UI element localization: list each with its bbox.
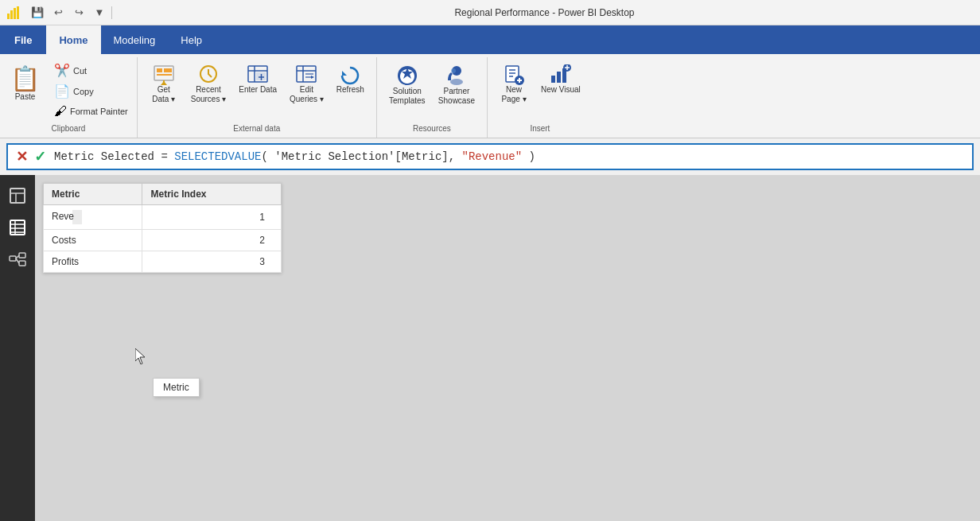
title-text: Regional Performance - Power BI Desktop	[115, 7, 974, 18]
ribbon-group-insert: NewPage ▾ New Visual Insert	[488, 57, 593, 138]
external-data-items: GetData ▾ RecentSources ▾	[144, 60, 370, 122]
cut-button[interactable]: ✂️ Cut	[49, 60, 134, 80]
partner-showcase-button[interactable]: PartnerShowcase	[433, 60, 480, 110]
insert-label-row: Insert	[494, 122, 586, 138]
ribbon-group-clipboard: 📋 Paste ✂️ Cut 📄 Copy 🖌 Format Painter	[0, 57, 138, 138]
svg-rect-40	[10, 189, 25, 203]
svg-rect-4	[154, 66, 173, 80]
svg-rect-35	[557, 72, 561, 83]
ribbon-group-resources: SolutionTemplates PartnerShowcase Resour…	[377, 57, 488, 138]
tooltip-text: Metric	[163, 382, 189, 393]
report-icon	[9, 187, 26, 204]
data-table: Metric Metric Index Reve 1 Cos	[43, 183, 282, 273]
get-data-label: GetData ▾	[152, 85, 175, 104]
paste-icon: 📋	[10, 64, 40, 92]
table-row: Costs 2	[44, 230, 282, 251]
table-row: Reve 1	[44, 205, 282, 230]
enter-data-button[interactable]: Enter Data	[233, 60, 282, 99]
cut-icon: ✂️	[54, 63, 70, 78]
solution-templates-label: SolutionTemplates	[389, 87, 426, 106]
table-container: Metric Metric Index Reve 1 Cos	[43, 183, 282, 273]
cell-index-3: 3	[142, 251, 282, 273]
insert-group-label: Insert	[530, 122, 550, 136]
format-painter-button[interactable]: 🖌 Format Painter	[49, 102, 134, 121]
paste-button[interactable]: 📋 Paste	[3, 60, 47, 105]
svg-rect-48	[10, 256, 16, 261]
menu-bar: File Home Modeling Help	[0, 25, 980, 54]
title-bar-actions: 💾 ↩ ↪ ▼	[29, 4, 108, 21]
cell-metric-3[interactable]: Profits	[44, 251, 142, 273]
new-page-label: NewPage ▾	[501, 85, 526, 104]
clipboard-group-label: Clipboard	[51, 122, 85, 136]
svg-rect-3	[17, 6, 19, 19]
external-data-label-row: External data	[144, 122, 370, 138]
recent-sources-icon	[197, 64, 220, 85]
recent-sources-label: RecentSources ▾	[191, 85, 226, 104]
enter-data-label: Enter Data	[239, 85, 277, 95]
cell-index-2: 2	[142, 230, 282, 251]
paste-label: Paste	[15, 92, 36, 101]
customize-button[interactable]: ▼	[91, 4, 108, 21]
get-data-icon	[153, 64, 175, 85]
undo-button[interactable]: ↩	[49, 4, 67, 21]
model-icon	[9, 251, 26, 268]
svg-rect-7	[157, 74, 172, 76]
new-visual-label: New Visual	[541, 85, 581, 95]
left-sidebar	[0, 175, 35, 521]
cell-index-1: 1	[142, 205, 282, 230]
column-header-metric[interactable]: Metric	[44, 184, 142, 205]
menu-file[interactable]: File	[0, 25, 46, 54]
edit-queries-button[interactable]: EditQueries ▾	[284, 60, 329, 108]
svg-rect-0	[7, 14, 10, 19]
edit-queries-label: EditQueries ▾	[290, 85, 324, 104]
data-area: Metric Metric Index Reve 1 Cos	[35, 175, 980, 521]
cell-metric-1[interactable]: Reve	[44, 205, 142, 230]
refresh-label: Refresh	[336, 85, 364, 95]
table-row: Profits 3	[44, 251, 282, 273]
data-icon	[9, 219, 26, 236]
svg-rect-5	[157, 68, 162, 72]
title-bar-icons	[6, 6, 21, 20]
svg-rect-2	[14, 8, 16, 19]
sidebar-item-model[interactable]	[3, 245, 32, 274]
menu-tab-help[interactable]: Help	[168, 25, 215, 54]
copy-button[interactable]: 📄 Copy	[49, 81, 134, 101]
formula-keyword: SELECTEDVALUE	[174, 150, 261, 163]
insert-items: NewPage ▾ New Visual	[494, 60, 586, 122]
new-visual-button[interactable]: New Visual	[535, 60, 586, 99]
resources-items: SolutionTemplates PartnerShowcase	[383, 60, 480, 122]
ribbon-group-external-data: GetData ▾ RecentSources ▾	[138, 57, 377, 138]
svg-marker-53	[135, 348, 145, 364]
save-button[interactable]: 💾	[29, 4, 46, 21]
solution-templates-icon	[395, 64, 419, 87]
formula-text: Metric Selected = SELECTEDVALUE( 'Metric…	[54, 150, 964, 163]
ribbon: 📋 Paste ✂️ Cut 📄 Copy 🖌 Format Painter	[0, 54, 980, 138]
title-divider	[111, 6, 112, 19]
column-header-metric-index[interactable]: Metric Index	[142, 184, 282, 205]
svg-marker-23	[342, 71, 347, 76]
partner-showcase-icon	[445, 64, 469, 87]
formula-accept-button[interactable]: ✓	[34, 148, 46, 165]
formula-cancel-button[interactable]: ✕	[16, 148, 28, 165]
svg-point-25	[450, 79, 463, 85]
svg-marker-22	[311, 76, 314, 79]
copy-icon: 📄	[54, 84, 70, 99]
small-buttons: ✂️ Cut 📄 Copy 🖌 Format Painter	[49, 60, 134, 121]
recent-sources-button[interactable]: RecentSources ▾	[185, 60, 231, 108]
get-data-button[interactable]: GetData ▾	[144, 60, 184, 108]
sidebar-item-data[interactable]	[3, 213, 32, 242]
svg-rect-50	[19, 261, 25, 266]
svg-line-52	[16, 259, 19, 263]
cell-metric-2[interactable]: Costs	[44, 230, 142, 251]
clipboard-group-label-row: Clipboard	[3, 122, 134, 138]
svg-rect-1	[10, 10, 13, 19]
menu-tab-modeling[interactable]: Modeling	[101, 25, 169, 54]
external-data-group-label: External data	[233, 122, 280, 136]
solution-templates-button[interactable]: SolutionTemplates	[383, 60, 431, 110]
menu-tab-home[interactable]: Home	[46, 25, 100, 54]
redo-button[interactable]: ↪	[70, 4, 88, 21]
refresh-button[interactable]: Refresh	[331, 60, 370, 99]
sidebar-item-report[interactable]	[3, 181, 32, 210]
new-page-button[interactable]: NewPage ▾	[494, 60, 534, 108]
new-page-icon	[503, 64, 525, 85]
